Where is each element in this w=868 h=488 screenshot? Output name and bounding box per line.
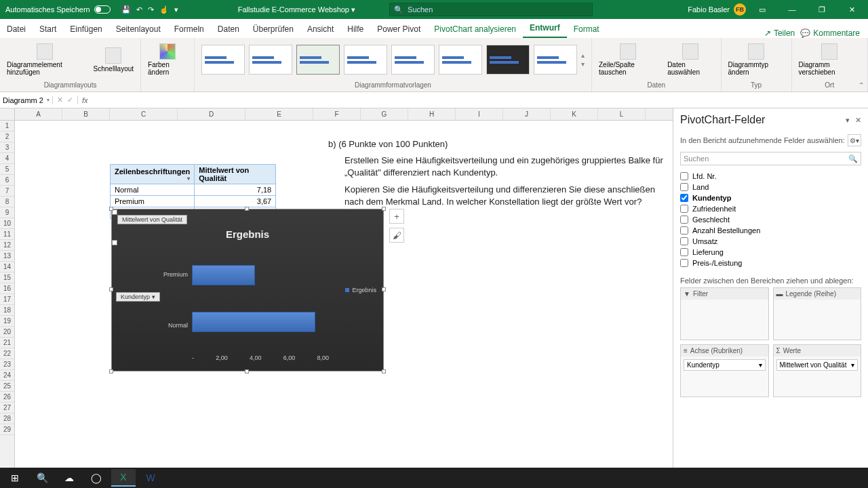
tab-entwurf[interactable]: Entwurf: [523, 19, 567, 38]
close-icon[interactable]: ✕: [838, 0, 865, 19]
row-header[interactable]: 11: [0, 229, 14, 240]
field-checkbox[interactable]: [680, 183, 688, 191]
redo-icon[interactable]: ↷: [148, 5, 154, 14]
field-item[interactable]: Geschlecht: [680, 214, 864, 225]
cancel-formula-icon[interactable]: ✕: [57, 96, 63, 104]
row-header[interactable]: 1: [0, 121, 14, 131]
filter-area[interactable]: ▼ Filter: [680, 287, 769, 340]
row-header[interactable]: 22: [0, 348, 14, 359]
tab-pivotchart-analysieren[interactable]: PivotChart analysieren: [427, 20, 523, 38]
row-header[interactable]: 15: [0, 272, 14, 283]
tab-ansicht[interactable]: Ansicht: [300, 20, 340, 38]
field-checkbox[interactable]: [680, 226, 688, 235]
pivot-chart[interactable]: Mittelwert von Qualität Kundentyp ▾ Erge…: [111, 209, 384, 371]
row-header[interactable]: 29: [0, 424, 14, 435]
row-header[interactable]: 19: [0, 316, 14, 327]
field-item[interactable]: Preis-/Leistung: [680, 258, 864, 268]
tab-format[interactable]: Format: [567, 20, 606, 38]
row-header[interactable]: 16: [0, 283, 14, 294]
chart-styles-button[interactable]: 🖌: [389, 228, 404, 243]
chart-style-7[interactable]: [486, 45, 530, 75]
values-item[interactable]: Mittelwert von Qualität▾: [776, 359, 859, 371]
dropdown-icon[interactable]: ▾: [187, 176, 190, 182]
row-header[interactable]: 13: [0, 251, 14, 262]
field-checkbox[interactable]: [680, 216, 688, 224]
styles-more-icon[interactable]: ▴▾: [581, 52, 585, 68]
tab-daten[interactable]: Daten: [211, 20, 246, 38]
field-checkbox[interactable]: [680, 172, 688, 180]
search-box[interactable]: 🔍 Suchen: [389, 3, 593, 16]
autosave-toggle[interactable]: Automatisches Speichern: [0, 5, 116, 14]
row-header[interactable]: 3: [0, 142, 14, 153]
row-header[interactable]: 14: [0, 262, 14, 272]
tab-start[interactable]: Start: [33, 20, 63, 38]
chart-axis-pill[interactable]: Kundentyp ▾: [116, 292, 160, 302]
maximize-icon[interactable]: ❐: [808, 0, 835, 19]
col-header[interactable]: G: [361, 108, 408, 120]
row-header[interactable]: 5: [0, 164, 14, 175]
pane-options-icon[interactable]: ▾: [846, 116, 850, 125]
field-checkbox[interactable]: [680, 205, 688, 213]
user-account[interactable]: Fabio Basler FB: [688, 3, 746, 16]
row-header[interactable]: 21: [0, 338, 14, 348]
field-search[interactable]: Suchen🔍: [680, 152, 861, 165]
app-icon[interactable]: ◯: [84, 469, 108, 487]
app-icon[interactable]: ☁: [57, 469, 81, 487]
qat-more-icon[interactable]: ▾: [174, 5, 178, 14]
tab-hilfe[interactable]: Hilfe: [340, 20, 370, 38]
row-header[interactable]: 7: [0, 186, 14, 197]
ribbon-display-icon[interactable]: ▭: [749, 0, 776, 19]
col-header[interactable]: A: [15, 108, 62, 120]
row-header[interactable]: 25: [0, 381, 14, 392]
row-header[interactable]: 9: [0, 207, 14, 218]
row-header[interactable]: 2: [0, 131, 14, 142]
word-icon[interactable]: W: [138, 469, 163, 487]
row-header[interactable]: 24: [0, 370, 14, 381]
pane-close-icon[interactable]: ✕: [855, 116, 861, 125]
col-header[interactable]: I: [456, 108, 503, 120]
add-chart-element-button[interactable]: Diagrammelement hinzufügen: [3, 41, 87, 79]
field-checkbox[interactable]: [680, 259, 688, 267]
filename[interactable]: Fallstudie E-Commerce Webshop ▾: [238, 5, 355, 14]
col-header[interactable]: D: [178, 108, 245, 120]
col-header[interactable]: H: [408, 108, 456, 120]
row-header[interactable]: 6: [0, 175, 14, 186]
select-all-button[interactable]: [0, 108, 15, 121]
tab-ueberpruefen[interactable]: Überprüfen: [246, 20, 300, 38]
legend-area[interactable]: ▬ Legende (Reihe): [773, 287, 862, 340]
chart-style-5[interactable]: [391, 45, 435, 75]
col-header[interactable]: K: [551, 108, 598, 120]
field-item[interactable]: Umsatz: [680, 236, 864, 247]
col-header[interactable]: B: [62, 108, 110, 120]
field-item[interactable]: Lieferung: [680, 247, 864, 258]
field-checkbox[interactable]: [680, 237, 688, 245]
chart-style-8[interactable]: [534, 45, 577, 75]
excel-icon[interactable]: X: [111, 469, 136, 487]
chart-style-3[interactable]: [296, 45, 340, 75]
move-chart-button[interactable]: Diagramm verschieben: [795, 41, 865, 79]
chart-style-1[interactable]: [201, 45, 245, 75]
row-header[interactable]: 27: [0, 403, 14, 413]
field-item[interactable]: Zufriedenheit: [680, 203, 864, 214]
col-header[interactable]: F: [313, 108, 361, 120]
col-header[interactable]: E: [245, 108, 313, 120]
row-header[interactable]: 23: [0, 359, 14, 370]
name-box[interactable]: Diagramm 2▾: [0, 96, 53, 104]
chart-style-2[interactable]: [249, 45, 292, 75]
values-area[interactable]: Σ WerteMittelwert von Qualität▾: [773, 344, 862, 397]
row-header[interactable]: 26: [0, 392, 14, 403]
share-button[interactable]: ↗ Teilen: [764, 28, 795, 38]
search-taskbar-icon[interactable]: 🔍: [30, 469, 54, 487]
field-item[interactable]: Land: [680, 182, 864, 192]
change-colors-button[interactable]: Farben ändern: [144, 41, 191, 79]
row-header[interactable]: 20: [0, 327, 14, 338]
field-checkbox[interactable]: [680, 248, 688, 256]
row-header[interactable]: 12: [0, 240, 14, 251]
axis-item[interactable]: Kundentyp▾: [684, 359, 766, 371]
start-icon[interactable]: ⊞: [3, 469, 27, 487]
tab-seitenlayout[interactable]: Seitenlayout: [109, 20, 167, 38]
axis-area[interactable]: ≡ Achse (Rubriken)Kundentyp▾: [680, 344, 769, 397]
field-item[interactable]: Anzahl Bestellungen: [680, 225, 864, 236]
quick-layout-button[interactable]: Schnelllayout: [90, 45, 138, 75]
switch-row-col-button[interactable]: Zeile/Spalte tauschen: [595, 41, 660, 79]
